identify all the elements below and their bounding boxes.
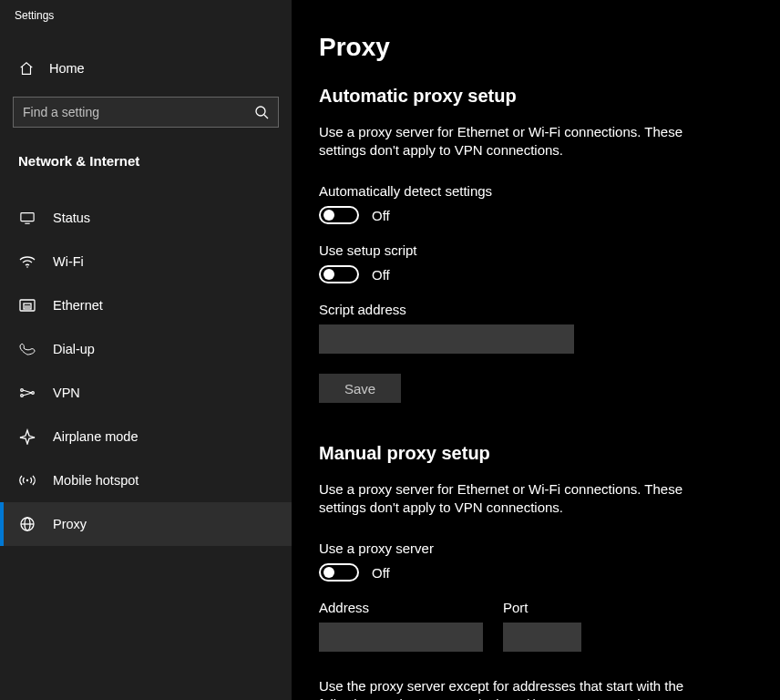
manual-port-label: Port <box>503 600 581 615</box>
category-heading: Network & Internet <box>0 128 292 180</box>
auto-detect-toggle[interactable] <box>319 206 359 224</box>
svg-point-15 <box>26 479 28 481</box>
sidebar-item-label: Ethernet <box>53 298 103 313</box>
sidebar-item-vpn[interactable]: VPN <box>0 371 292 415</box>
svg-point-0 <box>256 107 265 116</box>
sidebar-item-dialup[interactable]: Dial-up <box>0 327 292 371</box>
search-box[interactable] <box>13 97 279 128</box>
sidebar-item-label: VPN <box>53 386 80 400</box>
search-input[interactable] <box>23 105 254 119</box>
status-icon <box>18 210 36 226</box>
proxy-icon <box>18 516 36 532</box>
svg-point-10 <box>21 389 24 392</box>
auto-proxy-desc: Use a proxy server for Ethernet or Wi-Fi… <box>319 123 711 160</box>
ethernet-icon <box>18 297 36 314</box>
svg-point-11 <box>21 395 24 397</box>
home-button[interactable]: Home <box>0 51 292 86</box>
sidebar-item-ethernet[interactable]: Ethernet <box>0 283 292 327</box>
sidebar-item-label: Airplane mode <box>53 429 139 444</box>
search-icon <box>254 105 269 119</box>
sidebar-item-label: Wi-Fi <box>53 254 84 269</box>
svg-point-12 <box>32 392 35 395</box>
manual-proxy-desc: Use a proxy server for Ethernet or Wi-Fi… <box>319 480 711 517</box>
script-address-label: Script address <box>319 302 753 317</box>
page-title: Proxy <box>319 33 753 62</box>
sidebar-item-proxy[interactable]: Proxy <box>0 502 292 546</box>
svg-line-14 <box>23 393 32 396</box>
setup-script-label: Use setup script <box>319 242 753 258</box>
sidebar-item-label: Proxy <box>53 517 87 531</box>
sidebar-item-label: Status <box>53 211 90 225</box>
auto-detect-state: Off <box>372 208 390 223</box>
script-address-input[interactable] <box>319 324 574 354</box>
wifi-icon <box>18 253 36 270</box>
sidebar-item-airplane[interactable]: Airplane mode <box>0 415 292 458</box>
setup-script-toggle[interactable] <box>319 265 359 283</box>
sidebar-item-status[interactable]: Status <box>0 196 292 240</box>
sidebar-item-label: Dial-up <box>53 342 95 356</box>
svg-rect-2 <box>21 213 34 221</box>
manual-port-input[interactable] <box>503 623 581 652</box>
auto-proxy-heading: Automatic proxy setup <box>319 86 753 107</box>
use-proxy-toggle[interactable] <box>319 563 359 582</box>
main-content: Proxy Automatic proxy setup Use a proxy … <box>292 0 780 700</box>
save-button[interactable]: Save <box>319 374 401 403</box>
svg-line-1 <box>264 115 268 118</box>
home-label: Home <box>49 61 85 76</box>
setup-script-state: Off <box>372 267 390 283</box>
vpn-icon <box>18 385 36 401</box>
exceptions-note: Use the proxy server except for addresse… <box>319 677 720 700</box>
manual-address-label: Address <box>319 600 483 615</box>
svg-point-4 <box>26 266 28 268</box>
manual-proxy-heading: Manual proxy setup <box>319 443 753 464</box>
settings-sidebar: Settings Home Network & Internet Status <box>0 0 292 700</box>
home-icon <box>18 60 35 77</box>
svg-line-13 <box>23 390 32 393</box>
sidebar-item-wifi[interactable]: Wi-Fi <box>0 240 292 283</box>
sidebar-item-hotspot[interactable]: Mobile hotspot <box>0 458 292 502</box>
auto-detect-label: Automatically detect settings <box>319 183 753 199</box>
dialup-icon <box>18 341 36 357</box>
use-proxy-state: Off <box>372 565 390 581</box>
app-title: Settings <box>0 0 292 29</box>
manual-address-input[interactable] <box>319 623 483 652</box>
hotspot-icon <box>18 472 36 489</box>
use-proxy-label: Use a proxy server <box>319 540 753 556</box>
sidebar-nav: Status Wi-Fi Ethernet Dial-up <box>0 196 292 546</box>
airplane-icon <box>18 428 36 445</box>
sidebar-item-label: Mobile hotspot <box>53 473 139 488</box>
